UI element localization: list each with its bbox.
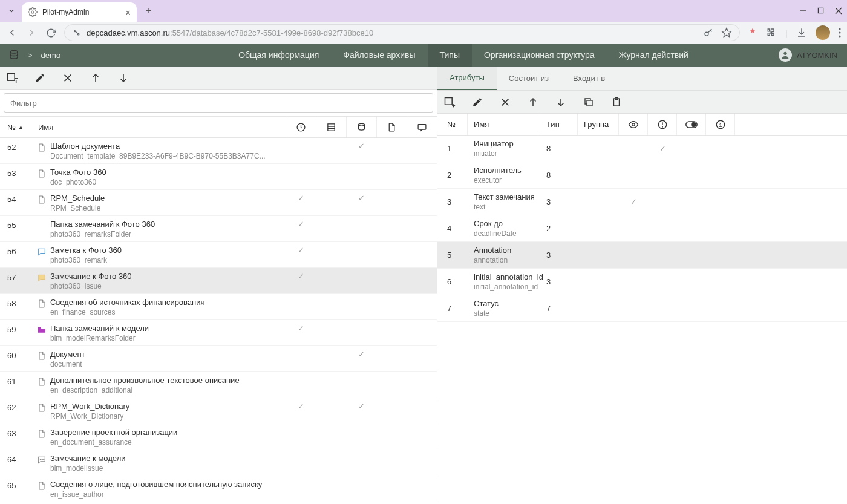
attr-row-type: 3 — [540, 272, 578, 286]
extensions-icon[interactable] — [747, 27, 758, 38]
attr-col-required-icon[interactable] — [648, 114, 677, 135]
puzzle-icon[interactable] — [767, 27, 777, 38]
nav-item[interactable]: Организационная структура — [472, 44, 607, 67]
attr-add-button[interactable] — [442, 95, 457, 110]
attr-row-check — [677, 192, 706, 197]
minimize-icon[interactable] — [799, 7, 806, 15]
col-db-icon[interactable] — [346, 117, 376, 137]
close-window-icon[interactable] — [835, 7, 842, 15]
attr-row[interactable]: 4Срок доdeadlineDate2 — [437, 215, 847, 242]
tab-item[interactable]: Атрибуты — [437, 67, 497, 90]
attr-toolbar — [437, 91, 847, 114]
attr-delete-button[interactable] — [498, 95, 512, 110]
filter-input[interactable] — [10, 99, 427, 108]
table-row[interactable]: 55Папка замечаний к Фото 360photo360_rem… — [0, 216, 437, 242]
gear-icon — [28, 7, 38, 17]
move-down-button[interactable] — [116, 71, 131, 85]
attr-row-type: 7 — [540, 299, 578, 313]
table-row[interactable]: 54RPM_ScheduleRPM_Schedule✓✓ — [0, 190, 437, 216]
svg-point-32 — [42, 459, 42, 460]
profile-avatar[interactable] — [816, 25, 830, 40]
table-row[interactable]: 52Шаблон документаDocument_template_89B9… — [0, 138, 437, 164]
table-row[interactable]: 58Сведения об источниках финансированияe… — [0, 294, 437, 320]
attr-row-number: 5 — [437, 246, 468, 260]
nav-item[interactable]: Файловые архивы — [331, 44, 427, 67]
table-row[interactable]: 60Документdocument✓ — [0, 346, 437, 372]
row-number: 65 — [0, 480, 33, 490]
table-row[interactable]: 62RPM_Work_DictionaryRPM_Work_Dictionary… — [0, 398, 437, 424]
table-row[interactable]: 59Папка замечаний к моделиbim_modelRemar… — [0, 320, 437, 346]
col-number[interactable]: №▲ — [0, 123, 33, 132]
attr-row[interactable]: 7Статусstate7 — [437, 295, 847, 322]
table-row[interactable]: 61Дополнительное произвольное текстовое … — [0, 372, 437, 398]
attr-row-subtitle: text — [474, 203, 540, 211]
attr-copy-button[interactable] — [581, 95, 596, 110]
close-icon[interactable]: × — [125, 7, 131, 18]
star-icon[interactable] — [721, 27, 732, 38]
attr-move-down-button[interactable] — [554, 95, 568, 110]
attr-row[interactable]: 5Annotationannotation3 — [437, 242, 847, 269]
address-bar[interactable]: depcadaec.vm.ascon.ru:5547/database/4c78… — [64, 24, 740, 41]
attr-row-check — [619, 272, 648, 277]
tab-item[interactable]: Входит в — [561, 67, 617, 90]
col-card-icon[interactable] — [316, 117, 346, 137]
back-button[interactable] — [6, 27, 18, 39]
col-doc-icon[interactable] — [376, 117, 407, 137]
col-name[interactable]: Имя — [33, 123, 286, 132]
table-row[interactable]: 64Замечание к моделиbim_modelIssue — [0, 450, 437, 476]
row-number: 62 — [0, 402, 33, 412]
nav-item[interactable]: Общая информация — [226, 44, 331, 67]
menu-icon[interactable] — [839, 28, 841, 38]
row-subtitle: photo360_issue — [50, 282, 281, 290]
attr-col-group[interactable]: Группа — [578, 114, 619, 135]
table-row[interactable]: 56Заметка к Фото 360photo360_remark✓ — [0, 242, 437, 268]
key-icon[interactable] — [703, 27, 714, 38]
attr-col-type[interactable]: Тип — [540, 114, 578, 135]
attr-col-name[interactable]: Имя — [468, 114, 540, 135]
move-up-button[interactable] — [88, 71, 103, 85]
nav-item[interactable]: Типы — [428, 44, 472, 67]
row-number: 57 — [0, 272, 33, 282]
nav-item[interactable]: Журнал действий — [607, 44, 701, 67]
table-row[interactable]: 65Сведения о лице, подготовившем пояснит… — [0, 476, 437, 502]
attr-row[interactable]: 6initial_annotation_idinitial_annotation… — [437, 269, 847, 295]
breadcrumb-db-name[interactable]: demo — [41, 51, 61, 60]
database-icon[interactable] — [8, 50, 19, 61]
col-chat-icon[interactable] — [407, 117, 437, 137]
row-title: Сведения об источниках финансирования — [50, 298, 281, 307]
row-type-icon — [33, 142, 50, 153]
attr-row-check — [677, 246, 706, 250]
attr-edit-button[interactable] — [470, 95, 485, 110]
attr-col-toggle-icon[interactable] — [677, 114, 706, 135]
attr-row-type: 8 — [540, 166, 578, 180]
table-row[interactable]: 63Заверение проектной организацииen_docu… — [0, 424, 437, 450]
user-avatar-icon[interactable] — [779, 48, 792, 62]
attr-row[interactable]: 2Исполнительexecutor8 — [437, 162, 847, 189]
attr-col-number[interactable]: № — [437, 114, 468, 135]
tab-item[interactable]: Состоит из — [497, 67, 561, 90]
col-history-icon[interactable] — [286, 117, 316, 137]
reload-button[interactable] — [45, 27, 57, 39]
edit-button[interactable] — [33, 71, 47, 85]
row-type-icon — [33, 246, 50, 257]
delete-button[interactable] — [60, 71, 75, 85]
download-icon[interactable] — [796, 27, 807, 38]
attr-col-eye-icon[interactable] — [619, 114, 648, 135]
window-controls — [799, 7, 842, 15]
site-info-icon[interactable] — [72, 28, 82, 38]
attr-move-up-button[interactable] — [526, 95, 540, 110]
attr-row[interactable]: 3Текст замечанияtext3✓ — [437, 189, 847, 215]
add-button[interactable] — [5, 71, 19, 85]
attr-col-info-icon[interactable]: 1 — [706, 114, 735, 135]
table-row[interactable]: 57Замечание к Фото 360photo360_issue✓ — [0, 268, 437, 294]
attr-paste-button[interactable] — [609, 95, 624, 110]
maximize-icon[interactable] — [817, 7, 824, 15]
forward-button[interactable] — [25, 27, 38, 39]
filter-input-box[interactable] — [4, 93, 433, 113]
tab-list-chevron-icon[interactable] — [5, 4, 18, 18]
svg-line-10 — [710, 30, 711, 31]
attr-row[interactable]: 1Инициаторinitiator8✓ — [437, 136, 847, 162]
table-row[interactable]: 53Точка Фото 360doc_photo360 — [0, 164, 437, 190]
browser-tab[interactable]: Pilot-myAdmin × — [22, 2, 137, 22]
new-tab-button[interactable]: + — [140, 2, 157, 19]
